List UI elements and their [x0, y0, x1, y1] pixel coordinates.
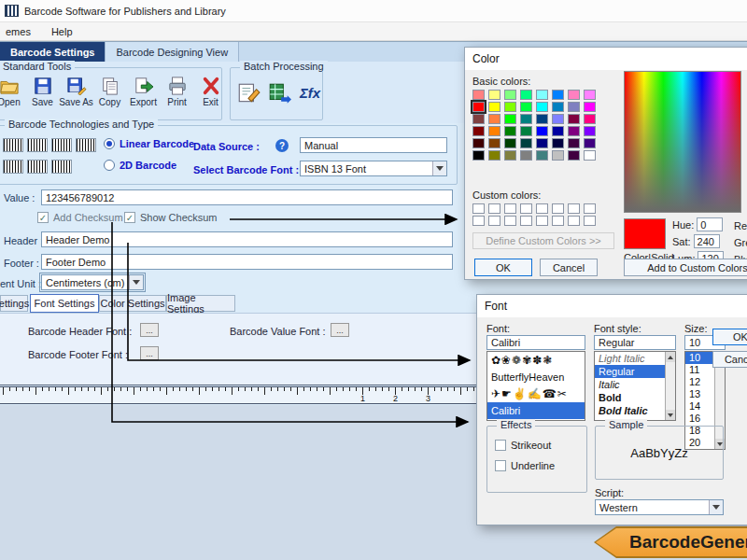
ok-button[interactable]: OK — [474, 259, 532, 276]
barcode-type-thumbnail[interactable] — [27, 138, 48, 152]
custom-color-swatch[interactable] — [568, 203, 580, 214]
color-swatch[interactable] — [568, 114, 580, 124]
custom-color-swatch[interactable] — [552, 203, 564, 214]
custom-color-swatch[interactable] — [504, 216, 516, 226]
color-swatch[interactable] — [504, 138, 516, 148]
color-swatch[interactable] — [584, 150, 596, 161]
color-swatch[interactable] — [504, 102, 516, 112]
exit-button[interactable]: Exit — [195, 77, 226, 107]
color-swatch[interactable] — [552, 138, 564, 148]
color-swatch[interactable] — [552, 114, 564, 124]
tab-color-settings[interactable]: Color Settings — [99, 295, 166, 312]
color-swatch[interactable] — [520, 150, 532, 161]
linear-barcode-radio[interactable]: Linear Barcode — [104, 138, 194, 149]
color-swatch[interactable] — [568, 150, 580, 161]
custom-color-swatch[interactable] — [472, 203, 485, 214]
underline-checkbox[interactable]: Underline — [495, 460, 555, 471]
measurement-unit-select[interactable]: Centimeters (cm) — [41, 274, 144, 290]
custom-color-swatch[interactable] — [536, 203, 548, 214]
font-dialog-titlebar[interactable]: Font — [477, 295, 747, 317]
tab-font-settings[interactable]: Font Settings — [30, 294, 99, 313]
help-icon[interactable]: ? — [275, 139, 289, 152]
value-input[interactable]: 123456789012 — [41, 189, 453, 205]
export-button[interactable]: Export — [128, 77, 159, 107]
list-item[interactable]: ✿❀❁✾✽❃ — [487, 352, 585, 369]
scrollbar[interactable] — [665, 352, 675, 420]
save-button[interactable]: Save — [27, 77, 58, 107]
list-item[interactable]: Italic — [595, 378, 665, 391]
open-button[interactable]: Open — [0, 77, 24, 107]
add-to-custom-colors-button[interactable]: Add to Custom Colors — [624, 259, 747, 276]
list-item[interactable]: ButterflyHeaven — [487, 369, 585, 385]
color-swatch[interactable] — [568, 90, 580, 100]
menu-item-schemes[interactable]: emes — [3, 25, 34, 38]
menu-item-help[interactable]: Help — [49, 25, 76, 38]
custom-color-swatch[interactable] — [552, 216, 564, 226]
list-item[interactable]: Light Italic — [595, 352, 665, 365]
custom-color-swatch[interactable] — [520, 216, 532, 226]
color-swatch[interactable] — [472, 126, 485, 136]
color-swatch[interactable] — [552, 90, 564, 100]
color-swatch[interactable] — [472, 90, 485, 100]
color-swatch[interactable] — [472, 150, 485, 161]
sat-input[interactable]: 240 — [694, 234, 720, 248]
copy-button[interactable]: Copy — [94, 77, 125, 107]
show-checksum-checkbox[interactable]: ✓ Show Checksum — [124, 212, 218, 223]
color-swatch[interactable] — [536, 114, 548, 124]
list-item[interactable]: 12 — [685, 376, 714, 388]
color-dialog-titlebar[interactable]: Color — [465, 48, 747, 70]
tab-image-settings[interactable]: Image Settings — [166, 295, 235, 312]
custom-color-swatch[interactable] — [472, 216, 485, 226]
header-font-browse-button[interactable]: ... — [140, 323, 159, 337]
hue-input[interactable]: 0 — [697, 217, 723, 231]
color-swatch[interactable] — [552, 102, 564, 112]
barcode-type-thumbnail[interactable] — [3, 138, 23, 152]
list-item[interactable]: ✈☛✌✍☎✂ — [487, 385, 585, 402]
barcode-type-thumbnail[interactable] — [76, 138, 96, 152]
hue-saturation-field[interactable] — [624, 71, 741, 213]
list-item[interactable]: Regular — [595, 365, 665, 378]
define-custom-colors-button[interactable]: Define Custom Colors >> — [472, 232, 614, 249]
color-swatch[interactable] — [568, 138, 580, 148]
data-source-input[interactable]: Manual — [300, 137, 447, 153]
cancel-button[interactable]: Cancel — [540, 259, 598, 276]
color-swatch[interactable] — [568, 102, 580, 112]
list-item[interactable]: 14 — [685, 400, 714, 413]
barcodegenerator-banner[interactable]: BarcodeGenerator — [594, 526, 747, 558]
custom-color-swatch[interactable] — [584, 203, 596, 214]
import-excel-button[interactable] — [267, 81, 291, 104]
list-item[interactable]: 16 — [685, 413, 714, 425]
color-swatch[interactable] — [536, 126, 548, 136]
color-swatch[interactable] — [488, 114, 500, 124]
font-name-input[interactable]: Calibri — [486, 335, 585, 350]
footer-input[interactable]: Footer Demo — [41, 254, 453, 270]
color-swatch[interactable] — [472, 114, 485, 124]
color-swatch[interactable] — [552, 126, 564, 136]
color-swatch[interactable] — [488, 90, 500, 100]
custom-color-swatch[interactable] — [584, 216, 596, 226]
tab-general-settings[interactable]: ettings — [0, 295, 28, 312]
tab-barcode-designing-view[interactable]: Barcode Designing View — [106, 42, 239, 62]
list-item[interactable]: 13 — [685, 388, 714, 400]
custom-color-swatch[interactable] — [488, 203, 500, 214]
barcode-type-thumbnail[interactable] — [27, 160, 48, 174]
color-swatch[interactable] — [520, 138, 532, 148]
color-swatch[interactable] — [584, 126, 596, 136]
custom-color-swatch[interactable] — [520, 203, 532, 214]
list-item[interactable]: 11 — [685, 364, 714, 376]
custom-color-swatch[interactable] — [488, 216, 500, 226]
font-ok-button[interactable]: OK — [712, 329, 747, 345]
color-swatch[interactable] — [472, 102, 485, 112]
custom-color-swatch[interactable] — [568, 216, 580, 226]
barcode-font-select[interactable]: ISBN 13 Font — [300, 161, 447, 176]
color-swatch[interactable] — [504, 150, 516, 161]
value-font-browse-button[interactable]: ... — [331, 323, 349, 337]
color-swatch[interactable] — [504, 114, 516, 124]
color-swatch[interactable] — [488, 126, 500, 136]
color-swatch[interactable] — [584, 102, 596, 112]
color-swatch[interactable] — [520, 126, 532, 136]
formula-button[interactable]: Σfx — [298, 81, 322, 104]
save-as-button[interactable]: Save As — [61, 77, 92, 107]
script-select[interactable]: Western — [595, 499, 724, 515]
color-swatch[interactable] — [472, 138, 485, 148]
